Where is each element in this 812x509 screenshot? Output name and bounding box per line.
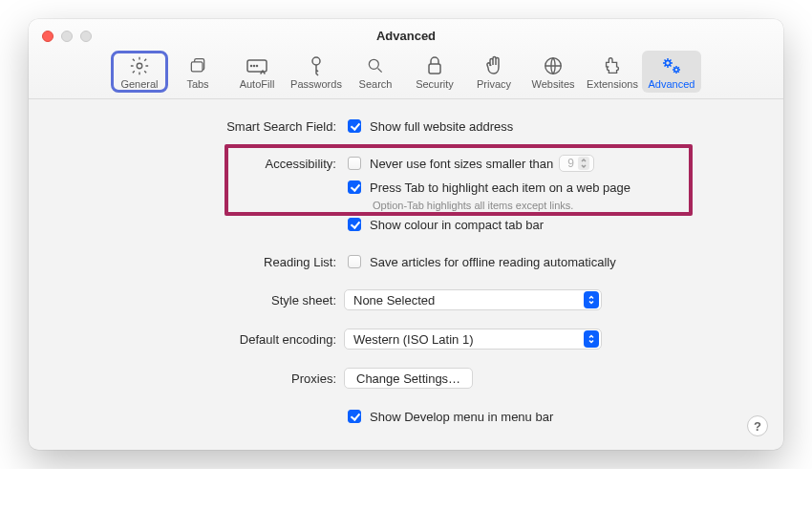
zoom-icon[interactable] bbox=[80, 31, 92, 42]
style-sheet-label: Style sheet: bbox=[57, 293, 344, 308]
chevron-updown-icon bbox=[578, 157, 589, 170]
tab-label: Security bbox=[416, 78, 454, 90]
gears-icon bbox=[658, 55, 685, 76]
style-sheet-select[interactable]: None Selected bbox=[344, 289, 602, 310]
svg-rect-1 bbox=[191, 62, 203, 72]
chevron-updown-icon bbox=[584, 291, 599, 308]
autofill-icon bbox=[244, 55, 270, 76]
tabs-icon bbox=[184, 55, 211, 76]
tab-label: Advanced bbox=[649, 78, 695, 90]
accessibility-label: Accessibility: bbox=[57, 157, 344, 171]
tab-search[interactable]: Search bbox=[346, 51, 405, 93]
content-area: Smart Search Field: Show full website ad… bbox=[29, 99, 783, 450]
show-develop-checkbox[interactable] bbox=[348, 410, 361, 423]
tab-extensions[interactable]: Extensions bbox=[583, 51, 642, 93]
compact-tab-colour-label: Show colour in compact tab bar bbox=[370, 218, 544, 232]
titlebar: Advanced General Tabs AutoFill bbox=[29, 19, 783, 99]
tab-highlight-note: Option-Tab highlights all items except l… bbox=[373, 200, 755, 211]
tab-tabs[interactable]: Tabs bbox=[168, 51, 227, 93]
hand-icon bbox=[481, 55, 507, 76]
style-sheet-value: None Selected bbox=[353, 293, 435, 308]
svg-point-11 bbox=[674, 68, 678, 72]
puzzle-icon bbox=[599, 55, 626, 76]
svg-point-6 bbox=[312, 57, 320, 65]
tab-passwords[interactable]: Passwords bbox=[287, 51, 346, 93]
tab-highlight-checkbox[interactable] bbox=[348, 180, 361, 194]
preferences-window: Advanced General Tabs AutoFill bbox=[29, 19, 783, 450]
tab-websites[interactable]: Websites bbox=[524, 51, 583, 93]
show-develop-label: Show Develop menu in menu bar bbox=[370, 410, 553, 424]
svg-point-3 bbox=[251, 66, 252, 67]
min-font-label: Never use font sizes smaller than bbox=[370, 157, 553, 171]
show-full-url-checkbox[interactable] bbox=[348, 119, 361, 133]
help-button[interactable]: ? bbox=[747, 415, 768, 436]
tab-label: General bbox=[120, 78, 158, 90]
tab-label: Extensions bbox=[587, 78, 638, 90]
close-icon[interactable] bbox=[42, 31, 53, 42]
svg-point-10 bbox=[666, 61, 671, 66]
tab-highlight-label: Press Tab to highlight each item on a we… bbox=[370, 180, 630, 195]
default-encoding-select[interactable]: Western (ISO Latin 1) bbox=[344, 329, 602, 350]
svg-point-4 bbox=[254, 66, 255, 67]
key-icon bbox=[303, 55, 330, 76]
tab-label: Passwords bbox=[290, 78, 342, 90]
smart-search-label: Smart Search Field: bbox=[57, 119, 344, 134]
tab-privacy[interactable]: Privacy bbox=[464, 51, 524, 93]
min-font-size-value: 9 bbox=[567, 157, 574, 170]
min-font-checkbox[interactable] bbox=[348, 157, 361, 170]
globe-icon bbox=[540, 55, 566, 76]
proxies-label: Proxies: bbox=[57, 371, 344, 386]
save-offline-label: Save articles for offline reading automa… bbox=[370, 255, 616, 269]
tab-label: Privacy bbox=[477, 78, 511, 90]
save-offline-checkbox[interactable] bbox=[348, 255, 361, 268]
window-controls bbox=[42, 31, 92, 42]
svg-point-5 bbox=[257, 66, 258, 67]
tab-label: Websites bbox=[531, 78, 574, 90]
min-font-size-select[interactable]: 9 bbox=[559, 155, 594, 172]
default-encoding-value: Western (ISO Latin 1) bbox=[353, 332, 473, 347]
compact-tab-colour-checkbox[interactable] bbox=[348, 218, 361, 231]
svg-point-0 bbox=[137, 63, 142, 69]
window-title: Advanced bbox=[29, 19, 783, 49]
gear-icon bbox=[126, 55, 153, 76]
minimize-icon[interactable] bbox=[61, 31, 73, 42]
tab-label: AutoFill bbox=[240, 78, 275, 90]
lock-icon bbox=[421, 55, 448, 76]
tab-advanced[interactable]: Advanced bbox=[642, 51, 701, 93]
preferences-tabs: General Tabs AutoFill Passwords bbox=[29, 49, 783, 98]
tab-autofill[interactable]: AutoFill bbox=[227, 51, 287, 93]
tab-label: Tabs bbox=[186, 78, 208, 90]
chevron-updown-icon bbox=[584, 330, 599, 348]
tab-label: Search bbox=[359, 78, 393, 90]
tab-security[interactable]: Security bbox=[405, 51, 464, 93]
reading-list-label: Reading List: bbox=[57, 255, 344, 269]
search-icon bbox=[362, 55, 389, 76]
default-encoding-label: Default encoding: bbox=[57, 332, 344, 347]
tab-general[interactable]: General bbox=[111, 51, 168, 93]
svg-point-7 bbox=[369, 59, 378, 69]
svg-rect-8 bbox=[429, 64, 440, 74]
change-proxies-button[interactable]: Change Settings… bbox=[344, 368, 473, 389]
show-full-url-label: Show full website address bbox=[370, 119, 513, 134]
